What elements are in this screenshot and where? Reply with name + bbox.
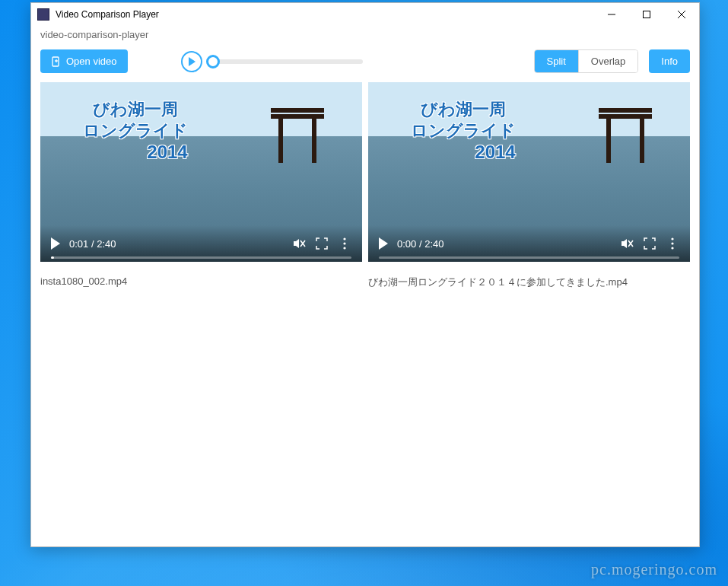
timeline-slider[interactable] (213, 59, 363, 64)
mute-button[interactable] (620, 237, 634, 250)
close-icon (678, 11, 685, 18)
kebab-icon (671, 237, 674, 250)
video-overlay-title: びわ湖一周 ロングライド 2014 (83, 99, 188, 164)
volume-muted-icon (292, 237, 306, 250)
overlay-year: 2014 (147, 141, 188, 164)
video-progress-track[interactable] (379, 256, 679, 259)
filename-left: insta1080_002.mp4 (40, 275, 362, 289)
video-overlay-title: びわ湖一周 ロングライド 2014 (411, 99, 516, 164)
video-pane-left: びわ湖一周 ロングライド 2014 0:01 / 2:40 (40, 82, 362, 262)
app-icon (37, 8, 49, 21)
video-menu-button[interactable] (666, 237, 679, 250)
close-button[interactable] (664, 3, 699, 26)
video-play-button[interactable] (51, 237, 60, 250)
svg-point-16 (671, 247, 673, 249)
app-window: Video Comparison Player video-comparison… (30, 2, 700, 547)
overlay-line1: びわ湖一周 (93, 100, 178, 119)
window-controls (594, 3, 699, 26)
titlebar: Video Comparison Player (31, 3, 699, 26)
mute-button[interactable] (292, 237, 306, 250)
video-controls: 0:01 / 2:40 (40, 225, 362, 262)
svg-point-10 (343, 242, 345, 244)
info-button[interactable]: Info (649, 49, 690, 73)
fullscreen-icon (316, 237, 328, 250)
file-icon (51, 56, 62, 67)
app-subtitle: video-comparison-player (31, 26, 699, 46)
current-time: 0:00 (397, 238, 416, 250)
video-time-display: 0:01 / 2:40 (69, 238, 116, 250)
svg-point-11 (343, 247, 345, 249)
play-icon (189, 57, 196, 66)
video-pane-right: びわ湖一周 ロングライド 2014 0:00 / 2:40 (368, 82, 690, 262)
video-progress-fill (51, 256, 54, 259)
open-video-button[interactable]: Open video (40, 49, 128, 73)
minimize-icon (608, 11, 615, 18)
kebab-icon (343, 237, 346, 250)
duration: 2:40 (424, 238, 443, 250)
fullscreen-button[interactable] (643, 237, 656, 250)
window-title: Video Comparison Player (56, 9, 594, 20)
open-video-label: Open video (66, 56, 117, 67)
svg-rect-4 (52, 57, 59, 66)
view-mode-group: Split Overlap (534, 49, 639, 73)
minimize-button[interactable] (594, 3, 629, 26)
duration: 2:40 (97, 238, 116, 250)
svg-point-15 (671, 242, 673, 244)
slider-track (213, 59, 363, 64)
videos-row: びわ湖一周 ロングライド 2014 0:01 / 2:40 (31, 82, 699, 269)
video-menu-button[interactable] (338, 237, 351, 250)
overlay-line1: びわ湖一周 (421, 100, 506, 119)
filename-right: びわ湖一周ロングライド２０１４に参加してきました.mp4 (368, 275, 690, 289)
volume-muted-icon (620, 237, 634, 250)
filenames-row: insta1080_002.mp4 びわ湖一周ロングライド２０１４に参加してきま… (31, 269, 699, 295)
play-all-button[interactable] (181, 51, 202, 72)
watermark: pc.mogeringo.com (591, 561, 717, 578)
current-time: 0:01 (69, 238, 88, 250)
torii-graphic (599, 110, 652, 163)
video-play-button[interactable] (379, 237, 388, 250)
overlap-mode-button[interactable]: Overlap (578, 50, 638, 72)
overlay-line2: ロングライド (411, 121, 516, 140)
torii-graphic (271, 110, 324, 163)
svg-rect-1 (644, 11, 650, 18)
split-mode-button[interactable]: Split (535, 50, 578, 72)
video-progress-track[interactable] (51, 256, 351, 259)
maximize-button[interactable] (629, 3, 664, 26)
svg-point-14 (671, 237, 673, 240)
svg-point-9 (343, 237, 345, 240)
overlay-line2: ロングライド (83, 121, 188, 140)
fullscreen-icon (644, 237, 656, 250)
fullscreen-button[interactable] (315, 237, 329, 250)
overlay-year: 2014 (475, 141, 516, 164)
video-time-display: 0:00 / 2:40 (397, 238, 443, 250)
video-controls: 0:00 / 2:40 (368, 225, 690, 262)
slider-thumb[interactable] (206, 55, 220, 68)
maximize-icon (643, 11, 650, 18)
toolbar: Open video Split Overlap Info (31, 46, 699, 82)
